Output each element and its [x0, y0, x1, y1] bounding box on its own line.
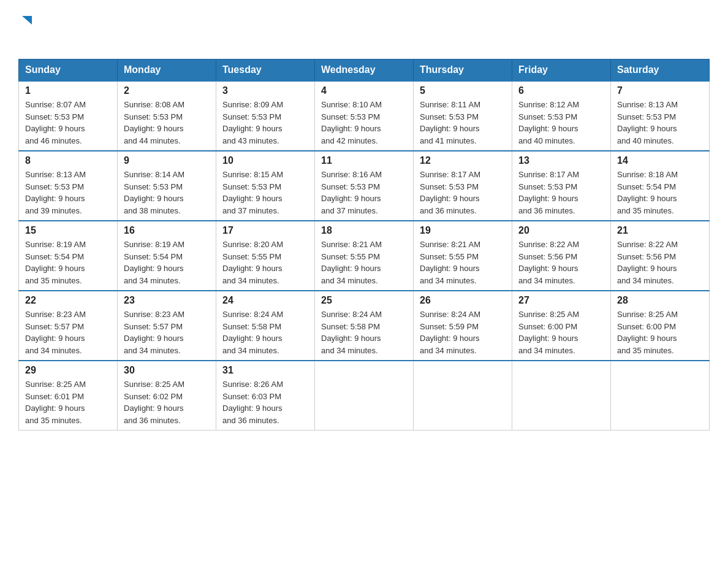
calendar-cell: 12 Sunrise: 8:17 AM Sunset: 5:53 PM Dayl… [414, 151, 512, 221]
day-info: Sunrise: 8:13 AM Sunset: 5:53 PM Dayligh… [617, 99, 703, 147]
day-info: Sunrise: 8:10 AM Sunset: 5:53 PM Dayligh… [321, 99, 407, 147]
day-info: Sunrise: 8:14 AM Sunset: 5:53 PM Dayligh… [124, 169, 210, 216]
day-number: 31 [222, 365, 308, 376]
calendar-cell: 20 Sunrise: 8:22 AM Sunset: 5:56 PM Dayl… [512, 221, 611, 291]
day-number: 13 [518, 155, 604, 166]
calendar-cell: 25 Sunrise: 8:24 AM Sunset: 5:58 PM Dayl… [315, 291, 414, 361]
calendar-cell: 19 Sunrise: 8:21 AM Sunset: 5:55 PM Dayl… [414, 221, 512, 291]
day-number: 26 [420, 295, 506, 306]
day-info: Sunrise: 8:25 AM Sunset: 6:00 PM Dayligh… [518, 308, 604, 356]
calendar-cell: 24 Sunrise: 8:24 AM Sunset: 5:58 PM Dayl… [216, 291, 315, 361]
calendar-cell [512, 361, 611, 431]
day-info: Sunrise: 8:20 AM Sunset: 5:55 PM Dayligh… [222, 239, 308, 286]
day-info: Sunrise: 8:13 AM Sunset: 5:53 PM Dayligh… [25, 169, 111, 216]
day-number: 11 [321, 155, 407, 166]
calendar-header-row: SundayMondayTuesdayWednesdayThursdayFrid… [19, 59, 710, 82]
week-row-5: 29 Sunrise: 8:25 AM Sunset: 6:01 PM Dayl… [19, 361, 710, 431]
calendar-cell: 8 Sunrise: 8:13 AM Sunset: 5:53 PM Dayli… [19, 151, 118, 221]
week-row-3: 15 Sunrise: 8:19 AM Sunset: 5:54 PM Dayl… [19, 221, 710, 291]
calendar-cell: 26 Sunrise: 8:24 AM Sunset: 5:59 PM Dayl… [414, 291, 512, 361]
day-number: 6 [518, 85, 604, 96]
logo [18, 12, 33, 47]
day-number: 23 [124, 295, 210, 306]
day-number: 28 [617, 295, 703, 306]
day-info: Sunrise: 8:25 AM Sunset: 6:01 PM Dayligh… [25, 378, 111, 426]
calendar-cell [611, 361, 710, 431]
day-number: 18 [321, 225, 407, 236]
calendar-cell: 6 Sunrise: 8:12 AM Sunset: 5:53 PM Dayli… [512, 81, 611, 151]
calendar-cell: 11 Sunrise: 8:16 AM Sunset: 5:53 PM Dayl… [315, 151, 414, 221]
day-info: Sunrise: 8:23 AM Sunset: 5:57 PM Dayligh… [25, 308, 111, 356]
calendar-cell: 29 Sunrise: 8:25 AM Sunset: 6:01 PM Dayl… [19, 361, 118, 431]
day-info: Sunrise: 8:22 AM Sunset: 5:56 PM Dayligh… [518, 239, 604, 286]
column-header-saturday: Saturday [611, 59, 710, 82]
column-header-monday: Monday [118, 59, 216, 82]
day-number: 27 [518, 295, 604, 306]
day-number: 8 [25, 155, 111, 166]
calendar-body: 1 Sunrise: 8:07 AM Sunset: 5:53 PM Dayli… [19, 81, 710, 431]
day-info: Sunrise: 8:07 AM Sunset: 5:53 PM Dayligh… [25, 99, 111, 147]
day-number: 3 [222, 85, 308, 96]
day-number: 29 [25, 365, 111, 376]
day-info: Sunrise: 8:22 AM Sunset: 5:56 PM Dayligh… [617, 239, 703, 286]
day-number: 1 [25, 85, 111, 96]
week-row-1: 1 Sunrise: 8:07 AM Sunset: 5:53 PM Dayli… [19, 81, 710, 151]
day-info: Sunrise: 8:25 AM Sunset: 6:00 PM Dayligh… [617, 308, 703, 356]
column-header-friday: Friday [512, 59, 611, 82]
day-info: Sunrise: 8:15 AM Sunset: 5:53 PM Dayligh… [222, 169, 308, 216]
svg-marker-0 [22, 16, 32, 25]
calendar-cell: 9 Sunrise: 8:14 AM Sunset: 5:53 PM Dayli… [118, 151, 216, 221]
day-info: Sunrise: 8:24 AM Sunset: 5:58 PM Dayligh… [321, 308, 407, 356]
calendar-cell [315, 361, 414, 431]
day-number: 14 [617, 155, 703, 166]
calendar-cell: 7 Sunrise: 8:13 AM Sunset: 5:53 PM Dayli… [611, 81, 710, 151]
day-info: Sunrise: 8:19 AM Sunset: 5:54 PM Dayligh… [124, 239, 210, 286]
day-number: 12 [420, 155, 506, 166]
day-number: 30 [124, 365, 210, 376]
calendar-cell: 16 Sunrise: 8:19 AM Sunset: 5:54 PM Dayl… [118, 221, 216, 291]
day-number: 5 [420, 85, 506, 96]
column-header-sunday: Sunday [19, 59, 118, 82]
calendar-cell: 27 Sunrise: 8:25 AM Sunset: 6:00 PM Dayl… [512, 291, 611, 361]
day-info: Sunrise: 8:21 AM Sunset: 5:55 PM Dayligh… [321, 239, 407, 286]
day-number: 7 [617, 85, 703, 96]
column-header-wednesday: Wednesday [315, 59, 414, 82]
calendar-cell: 23 Sunrise: 8:23 AM Sunset: 5:57 PM Dayl… [118, 291, 216, 361]
day-info: Sunrise: 8:24 AM Sunset: 5:59 PM Dayligh… [420, 308, 506, 356]
column-header-tuesday: Tuesday [216, 59, 315, 82]
calendar-cell: 14 Sunrise: 8:18 AM Sunset: 5:54 PM Dayl… [611, 151, 710, 221]
day-number: 16 [124, 225, 210, 236]
calendar-cell: 18 Sunrise: 8:21 AM Sunset: 5:55 PM Dayl… [315, 221, 414, 291]
day-info: Sunrise: 8:23 AM Sunset: 5:57 PM Dayligh… [124, 308, 210, 356]
day-info: Sunrise: 8:25 AM Sunset: 6:02 PM Dayligh… [124, 378, 210, 426]
calendar-cell: 21 Sunrise: 8:22 AM Sunset: 5:56 PM Dayl… [611, 221, 710, 291]
day-number: 2 [124, 85, 210, 96]
calendar-cell: 15 Sunrise: 8:19 AM Sunset: 5:54 PM Dayl… [19, 221, 118, 291]
page-header [18, 12, 710, 47]
day-info: Sunrise: 8:18 AM Sunset: 5:54 PM Dayligh… [617, 169, 703, 216]
calendar-cell: 17 Sunrise: 8:20 AM Sunset: 5:55 PM Dayl… [216, 221, 315, 291]
calendar-cell: 13 Sunrise: 8:17 AM Sunset: 5:53 PM Dayl… [512, 151, 611, 221]
calendar-cell: 2 Sunrise: 8:08 AM Sunset: 5:53 PM Dayli… [118, 81, 216, 151]
day-number: 9 [124, 155, 210, 166]
day-info: Sunrise: 8:11 AM Sunset: 5:53 PM Dayligh… [420, 99, 506, 147]
calendar-table: SundayMondayTuesdayWednesdayThursdayFrid… [18, 59, 710, 431]
day-info: Sunrise: 8:09 AM Sunset: 5:53 PM Dayligh… [222, 99, 308, 147]
day-number: 21 [617, 225, 703, 236]
calendar-cell: 30 Sunrise: 8:25 AM Sunset: 6:02 PM Dayl… [118, 361, 216, 431]
calendar-cell: 5 Sunrise: 8:11 AM Sunset: 5:53 PM Dayli… [414, 81, 512, 151]
day-number: 20 [518, 225, 604, 236]
calendar-cell: 10 Sunrise: 8:15 AM Sunset: 5:53 PM Dayl… [216, 151, 315, 221]
day-number: 19 [420, 225, 506, 236]
calendar-cell: 4 Sunrise: 8:10 AM Sunset: 5:53 PM Dayli… [315, 81, 414, 151]
day-info: Sunrise: 8:16 AM Sunset: 5:53 PM Dayligh… [321, 169, 407, 216]
day-number: 25 [321, 295, 407, 306]
day-info: Sunrise: 8:17 AM Sunset: 5:53 PM Dayligh… [420, 169, 506, 216]
day-number: 17 [222, 225, 308, 236]
day-number: 10 [222, 155, 308, 166]
day-info: Sunrise: 8:12 AM Sunset: 5:53 PM Dayligh… [518, 99, 604, 147]
day-info: Sunrise: 8:17 AM Sunset: 5:53 PM Dayligh… [518, 169, 604, 216]
day-number: 24 [222, 295, 308, 306]
day-info: Sunrise: 8:21 AM Sunset: 5:55 PM Dayligh… [420, 239, 506, 286]
calendar-cell: 1 Sunrise: 8:07 AM Sunset: 5:53 PM Dayli… [19, 81, 118, 151]
